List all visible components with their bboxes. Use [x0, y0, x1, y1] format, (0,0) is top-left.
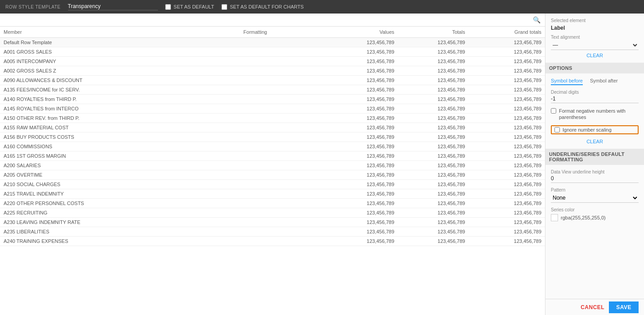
- clear-button-1[interactable]: CLEAR: [551, 53, 639, 58]
- clear-button-2[interactable]: CLEAR: [551, 139, 639, 144]
- member-cell: A155 RAW MATERIAL COST: [0, 123, 240, 132]
- values-cell: 123,456,789: [327, 57, 398, 66]
- member-cell: A240 TRAINING EXPENSES: [0, 237, 240, 246]
- grand-totals-cell: 123,456,789: [468, 95, 545, 104]
- values-cell: 123,456,789: [327, 66, 398, 76]
- col-values: Values: [327, 27, 398, 38]
- grand-totals-cell: 123,456,789: [468, 180, 545, 189]
- formatting-cell: [240, 95, 327, 104]
- totals-cell: 123,456,789: [398, 170, 468, 180]
- table-row[interactable]: A205 OVERTIME 123,456,789 123,456,789 12…: [0, 170, 545, 180]
- member-cell: A156 BUY PRODUCTS COSTS: [0, 132, 240, 142]
- grand-totals-cell: 123,456,789: [468, 142, 545, 151]
- table-area: 🔍 Member Formatting Values Totals Grand …: [0, 14, 545, 315]
- table-row[interactable]: A140 ROYALTIES from THIRD P. 123,456,789…: [0, 95, 545, 104]
- formatting-cell: [240, 104, 327, 114]
- col-formatting: Formatting: [240, 27, 327, 38]
- table-row[interactable]: A235 LIBERALITIES 123,456,789 123,456,78…: [0, 227, 545, 237]
- totals-cell: 123,456,789: [398, 114, 468, 123]
- values-cell: 123,456,789: [327, 170, 398, 180]
- set-as-default-charts-label: SET AS DEFAULT FOR CHARTS: [230, 4, 304, 9]
- set-as-default-group: SET AS DEFAULT: [165, 4, 214, 10]
- grand-totals-cell: 123,456,789: [468, 170, 545, 180]
- totals-cell: 123,456,789: [398, 132, 468, 142]
- set-as-default-charts-checkbox[interactable]: [221, 4, 227, 10]
- table-row[interactable]: A210 SOCIAL CHARGES 123,456,789 123,456,…: [0, 180, 545, 189]
- format-negative-checkbox[interactable]: [551, 108, 556, 114]
- save-button[interactable]: SAVE: [609, 301, 639, 313]
- values-cell: 123,456,789: [327, 237, 398, 246]
- series-color-label: Series color: [551, 207, 639, 212]
- grand-totals-cell: 123,456,789: [468, 114, 545, 123]
- symbol-before-tab[interactable]: Symbol before: [551, 78, 583, 85]
- member-cell: A235 LIBERALITIES: [0, 227, 240, 237]
- formatting-cell: [240, 180, 327, 189]
- ignore-scaling-checkbox[interactable]: [554, 127, 560, 132]
- table-row[interactable]: A145 ROYALTIES from INTERCO 123,456,789 …: [0, 104, 545, 114]
- table-row[interactable]: A160 COMMISSIONS 123,456,789 123,456,789…: [0, 142, 545, 151]
- values-cell: 123,456,789: [327, 47, 398, 57]
- table-row[interactable]: Default Row Template 123,456,789 123,456…: [0, 38, 545, 47]
- top-bar: ROW STYLE TEMPLATE Transparency SET AS D…: [0, 0, 644, 14]
- member-cell: A200 SALARIES: [0, 161, 240, 170]
- totals-cell: 123,456,789: [398, 208, 468, 218]
- color-swatch[interactable]: [551, 214, 558, 221]
- formatting-cell: [240, 227, 327, 237]
- table-row[interactable]: A155 RAW MATERIAL COST 123,456,789 123,4…: [0, 123, 545, 132]
- grand-totals-cell: 123,456,789: [468, 132, 545, 142]
- values-cell: 123,456,789: [327, 142, 398, 151]
- totals-cell: 123,456,789: [398, 161, 468, 170]
- pattern-select[interactable]: None: [551, 193, 639, 203]
- table-row[interactable]: A165 1ST GROSS MARGIN 123,456,789 123,45…: [0, 151, 545, 161]
- options-header: OPTIONS: [545, 63, 644, 73]
- member-cell: A215 TRAVEL INDEMNITY: [0, 189, 240, 199]
- set-as-default-charts-group: SET AS DEFAULT FOR CHARTS: [221, 4, 304, 10]
- formatting-cell: [240, 151, 327, 161]
- values-cell: 123,456,789: [327, 38, 398, 47]
- table-row[interactable]: A150 OTHER REV. from THIRD P. 123,456,78…: [0, 114, 545, 123]
- table-row[interactable]: A156 BUY PRODUCTS COSTS 123,456,789 123,…: [0, 132, 545, 142]
- text-alignment-select[interactable]: —: [551, 41, 639, 50]
- grand-totals-cell: 123,456,789: [468, 104, 545, 114]
- formatting-cell: [240, 57, 327, 66]
- formatting-cell: [240, 85, 327, 95]
- right-panel-scroll[interactable]: Selected element Label Text alignment — …: [545, 14, 644, 299]
- underline-header: UNDERLINE/SERIES DEFAULT FORMATTING: [545, 149, 644, 165]
- table-row[interactable]: A225 RECRUITING 123,456,789 123,456,789 …: [0, 208, 545, 218]
- data-view-label: Data View underline height: [551, 169, 639, 174]
- symbol-after-tab[interactable]: Symbol after: [590, 78, 618, 85]
- table-scroll[interactable]: Member Formatting Values Totals Grand to…: [0, 27, 545, 315]
- table-row[interactable]: A200 SALARIES 123,456,789 123,456,789 12…: [0, 161, 545, 170]
- grand-totals-cell: 123,456,789: [468, 227, 545, 237]
- table-row[interactable]: A220 OTHER PERSONNEL COSTS 123,456,789 1…: [0, 199, 545, 208]
- formatting-cell: [240, 237, 327, 246]
- table-row[interactable]: A135 FEES/INCOME for IC SERV. 123,456,78…: [0, 85, 545, 95]
- member-cell: A001 GROSS SALES: [0, 47, 240, 57]
- table-row[interactable]: A090 ALLOWANCES & DISCOUNT 123,456,789 1…: [0, 76, 545, 85]
- text-alignment-label: Text alignment: [551, 35, 639, 40]
- formatting-cell: [240, 189, 327, 199]
- table-row[interactable]: A215 TRAVEL INDEMNITY 123,456,789 123,45…: [0, 189, 545, 199]
- set-as-default-checkbox[interactable]: [165, 4, 171, 10]
- values-cell: 123,456,789: [327, 104, 398, 114]
- table-toolbar: 🔍: [0, 14, 545, 27]
- formatting-cell: [240, 66, 327, 76]
- formatting-cell: [240, 170, 327, 180]
- formatting-cell: [240, 76, 327, 85]
- member-cell: A205 OVERTIME: [0, 170, 240, 180]
- grand-totals-cell: 123,456,789: [468, 123, 545, 132]
- grand-totals-cell: 123,456,789: [468, 38, 545, 47]
- formatting-cell: [240, 161, 327, 170]
- search-icon[interactable]: 🔍: [533, 16, 540, 23]
- totals-cell: 123,456,789: [398, 227, 468, 237]
- table-row[interactable]: A002 GROSS SALES Z 123,456,789 123,456,7…: [0, 66, 545, 76]
- table-row[interactable]: A001 GROSS SALES 123,456,789 123,456,789…: [0, 47, 545, 57]
- ignore-scaling-label: Ignore number scaling: [563, 127, 612, 132]
- col-grand-totals: Grand totals: [468, 27, 545, 38]
- table-row[interactable]: A230 LEAVING INDEMNITY RATE 123,456,789 …: [0, 218, 545, 227]
- table-row[interactable]: A240 TRAINING EXPENSES 123,456,789 123,4…: [0, 237, 545, 246]
- table-row[interactable]: A005 INTERCOMPANY 123,456,789 123,456,78…: [0, 57, 545, 66]
- formatting-cell: [240, 123, 327, 132]
- totals-cell: 123,456,789: [398, 47, 468, 57]
- cancel-button[interactable]: CANCEL: [581, 304, 604, 310]
